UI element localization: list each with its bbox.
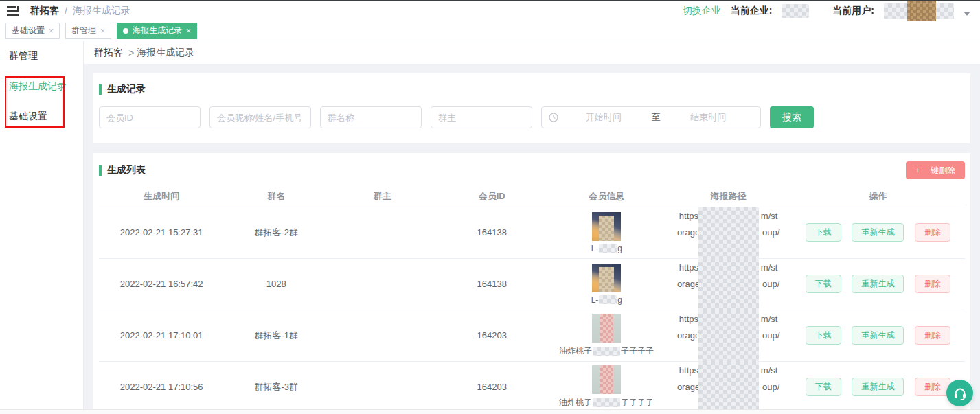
delete-button[interactable]: 删除: [915, 378, 950, 396]
header-actions: 操作: [791, 186, 965, 207]
header-group-owner: 群主: [328, 186, 436, 207]
download-button[interactable]: 下载: [806, 275, 841, 293]
list-card-header: 生成列表 + 一键删除: [99, 161, 965, 179]
cell-created-time: 2022-02-21 16:57:42: [99, 258, 224, 310]
cell-member-info: L- g: [547, 207, 665, 258]
cell-poster-path: https://m/st orage/aoup/ 2: [665, 361, 790, 413]
list-card-title: 生成列表: [99, 164, 146, 176]
redaction-mosaic-strip: [698, 258, 759, 310]
title-accent-bar: [99, 84, 102, 95]
regenerate-button[interactable]: 重新生成: [852, 275, 904, 293]
cell-poster-path: https://m/st orage/aoup/ 2: [665, 207, 790, 258]
cell-actions: 下载 重新生成 删除: [791, 310, 965, 361]
list-card-title-text: 生成列表: [107, 164, 146, 176]
cell-actions: 下载 重新生成 删除: [791, 258, 965, 310]
topbar-right: 切换企业 当前企业: 当前用户:: [683, 1, 970, 21]
tab-label: 海报生成记录: [133, 25, 182, 36]
start-time-placeholder[interactable]: 开始时间: [558, 111, 649, 124]
header-poster-path: 海报路径: [665, 186, 790, 207]
customer-service-button[interactable]: [946, 380, 973, 406]
cell-created-time: 2022-02-21 15:27:31: [99, 207, 224, 258]
cell-member-id: 164138: [436, 258, 547, 310]
menu-toggle-icon[interactable]: [7, 5, 21, 16]
tab-close-icon[interactable]: ×: [186, 27, 191, 35]
cell-member-info: 油炸桃子 子子子子: [547, 310, 665, 361]
list-card: 生成列表 + 一键删除 生成时间 群名 群主 会员ID 会员信息 海报路径: [93, 153, 970, 414]
member-name: 油炸桃子 子子子子: [547, 397, 665, 409]
redacted-user-name: [884, 3, 907, 19]
delete-button[interactable]: 删除: [915, 275, 950, 293]
cell-created-time: 2022-02-21 17:10:01: [99, 310, 224, 361]
member-name-input[interactable]: [209, 106, 311, 128]
member-name: L- g: [547, 244, 665, 253]
search-card: 生成记录 开始时间 至 结束时间 搜索: [93, 73, 970, 143]
cell-actions: 下载 重新生成 删除: [791, 361, 965, 413]
sidebar: 群管理 海报生成记录 基础设置: [0, 41, 84, 414]
header-member-id: 会员ID: [436, 186, 547, 207]
cell-member-id: 164203: [436, 361, 547, 413]
cell-member-id: 164203: [436, 310, 547, 361]
member-name: L- g: [547, 295, 665, 305]
end-time-placeholder[interactable]: 结束时间: [663, 111, 754, 124]
search-button[interactable]: 搜索: [770, 106, 814, 128]
cell-group-owner: [328, 310, 436, 361]
cell-group-name: 群拓客-3群: [224, 361, 328, 413]
group-owner-input[interactable]: [431, 106, 532, 128]
member-name: 油炸桃子 子子子子: [547, 345, 665, 357]
regenerate-button[interactable]: 重新生成: [852, 326, 904, 345]
page-breadcrumb-separator: >: [128, 47, 134, 58]
cell-member-info: L- g: [547, 258, 665, 310]
user-dropdown-caret-icon[interactable]: [964, 12, 970, 16]
regenerate-button[interactable]: 重新生成: [852, 378, 904, 396]
redacted-user-name-tail: [936, 3, 954, 19]
member-avatar-image: [592, 314, 621, 343]
redacted-name-segment: [599, 295, 617, 304]
sidebar-item-basic-settings[interactable]: 基础设置: [0, 102, 83, 132]
header-group-name: 群名: [224, 186, 328, 207]
delete-button[interactable]: 删除: [915, 326, 950, 345]
cell-group-owner: [328, 361, 436, 413]
tab-basic-settings[interactable]: 基础设置 ×: [5, 23, 60, 39]
date-range-picker[interactable]: 开始时间 至 结束时间: [541, 106, 761, 128]
download-button[interactable]: 下载: [806, 223, 841, 242]
redaction-mosaic: [600, 314, 613, 343]
member-avatar-image: [592, 264, 621, 292]
cell-group-name: 群拓客-1群: [224, 310, 328, 361]
redaction-mosaic: [599, 267, 614, 292]
download-button[interactable]: 下载: [806, 378, 841, 396]
redacted-name-segment: [593, 347, 620, 356]
page-breadcrumb-root: 群拓客: [94, 47, 123, 59]
tab-group-management[interactable]: 群管理 ×: [65, 23, 111, 39]
clock-icon: [549, 113, 558, 122]
bulk-delete-button[interactable]: + 一键删除: [906, 161, 965, 179]
tab-close-icon[interactable]: ×: [100, 27, 105, 35]
regenerate-button[interactable]: 重新生成: [852, 223, 904, 242]
cell-member-id: 164138: [436, 207, 547, 258]
table-header-row: 生成时间 群名 群主 会员ID 会员信息 海报路径 操作: [99, 186, 965, 207]
member-id-input[interactable]: [99, 106, 201, 128]
search-filters: 开始时间 至 结束时间 搜索: [99, 106, 965, 128]
table-row: 2022-02-21 17:10:56 群拓客-3群 164203 油炸桃子 子…: [99, 361, 965, 413]
user-avatar: [907, 1, 936, 21]
redacted-name-segment: [593, 398, 620, 407]
cell-actions: 下载 重新生成 删除: [791, 207, 965, 258]
group-name-input[interactable]: [320, 106, 422, 128]
switch-company-link[interactable]: 切换企业: [683, 5, 721, 17]
header-member-info: 会员信息: [547, 186, 665, 207]
date-range-separator: 至: [649, 111, 663, 124]
cell-poster-path: https://m/st orage/aoup/ 2: [665, 258, 790, 310]
sidebar-item-poster-records[interactable]: 海报生成记录: [0, 71, 83, 102]
active-dot-icon: [123, 28, 128, 34]
main-content: 群拓客 > 海报生成记录 生成记录 开始时间 至: [84, 41, 980, 414]
user-menu[interactable]: [884, 1, 954, 21]
records-table: 生成时间 群名 群主 会员ID 会员信息 海报路径 操作 2022-02-21 …: [99, 186, 965, 413]
tab-poster-records[interactable]: 海报生成记录 ×: [117, 23, 197, 39]
cell-group-name: 群拓客-2群: [224, 207, 328, 258]
breadcrumb-root[interactable]: 群拓客: [30, 5, 59, 17]
redaction-mosaic: [600, 365, 613, 394]
sidebar-item-group-management[interactable]: 群管理: [0, 41, 83, 71]
tab-close-icon[interactable]: ×: [49, 27, 54, 35]
horizontal-scrollbar[interactable]: [0, 409, 980, 414]
download-button[interactable]: 下载: [806, 326, 841, 345]
delete-button[interactable]: 删除: [915, 223, 950, 242]
